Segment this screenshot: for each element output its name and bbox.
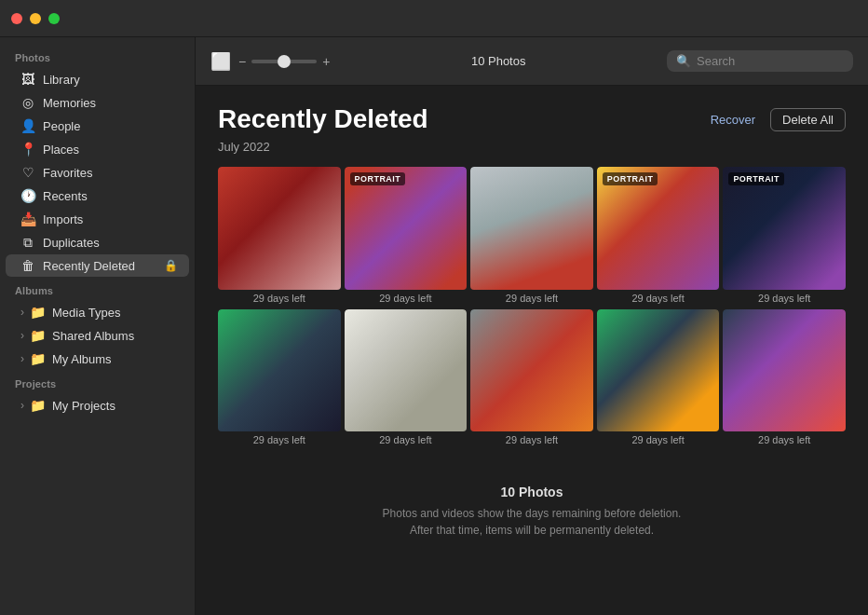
zoom-slider[interactable] xyxy=(251,60,317,63)
memories-label: Memories xyxy=(43,96,96,110)
content-area: Recently Deleted Recover Delete All July… xyxy=(196,86,868,615)
recents-icon: 🕐 xyxy=(20,188,35,203)
search-icon: 🔍 xyxy=(676,54,691,68)
header-actions: Recover Delete All xyxy=(703,108,846,131)
page-header: Recently Deleted Recover Delete All xyxy=(218,104,846,134)
maximize-button[interactable] xyxy=(48,13,60,24)
sidebar-item-places[interactable]: 📍Places xyxy=(6,138,189,160)
recents-label: Recents xyxy=(43,189,88,203)
library-icon: 🖼 xyxy=(20,72,35,87)
titlebar xyxy=(0,0,868,37)
photo-grid: 29 days leftPORTRAIT29 days left29 days … xyxy=(218,167,846,447)
people-label: People xyxy=(43,119,80,133)
recover-button[interactable]: Recover xyxy=(703,109,763,130)
shared-albums-label: Shared Albums xyxy=(52,329,134,343)
lock-icon: 🔒 xyxy=(164,259,178,272)
portrait-badge: PORTRAIT xyxy=(350,172,406,185)
recently-deleted-label: Recently Deleted xyxy=(43,259,135,273)
sidebar-item-media-types[interactable]: 📁Media Types xyxy=(6,301,189,323)
toolbar-photo-count: 10 Photos xyxy=(341,54,656,68)
sidebar-item-memories[interactable]: ◎Memories xyxy=(6,91,189,114)
zoom-out-button[interactable]: − xyxy=(238,54,246,69)
photo-item[interactable]: 29 days left xyxy=(345,309,468,448)
delete-all-button[interactable]: Delete All xyxy=(770,108,846,131)
sidebar-item-my-projects[interactable]: 📁My Projects xyxy=(6,394,189,417)
photo-caption-10: 29 days left xyxy=(723,434,846,447)
photo-item[interactable]: 29 days left xyxy=(597,309,720,448)
footer-desc-line1: Photos and videos show the days remainin… xyxy=(383,507,682,520)
photo-caption-9: 29 days left xyxy=(597,434,720,447)
photo-item[interactable]: 29 days left xyxy=(218,167,341,306)
sidebar-item-favorites[interactable]: ♡Favorites xyxy=(6,161,189,184)
photo-item[interactable]: 29 days left xyxy=(723,309,846,448)
sidebar-item-duplicates[interactable]: ⧉Duplicates xyxy=(6,231,189,253)
media-types-icon: 📁 xyxy=(30,305,45,320)
slideshow-icon[interactable]: ⬜ xyxy=(210,51,231,72)
portrait-badge: PORTRAIT xyxy=(603,172,658,185)
photo-thumb-5: PORTRAIT xyxy=(723,167,846,290)
favorites-icon: ♡ xyxy=(20,165,35,180)
shared-albums-icon: 📁 xyxy=(30,328,45,343)
photo-item[interactable]: PORTRAIT29 days left xyxy=(723,167,846,306)
zoom-in-button[interactable]: + xyxy=(322,54,330,69)
close-button[interactable] xyxy=(11,13,22,24)
section-date: July 2022 xyxy=(218,140,846,154)
photo-thumb-9 xyxy=(597,309,720,432)
footer-description: Photos and videos show the days remainin… xyxy=(218,505,846,539)
photo-thumb-8 xyxy=(470,309,593,432)
app-container: Photos🖼Library◎Memories👤People📍Places♡Fa… xyxy=(0,37,868,615)
people-icon: 👤 xyxy=(20,118,35,133)
imports-label: Imports xyxy=(43,212,83,226)
search-input[interactable] xyxy=(697,54,844,68)
sidebar-item-recently-deleted[interactable]: 🗑Recently Deleted🔒 xyxy=(6,254,189,277)
photo-item[interactable]: 29 days left xyxy=(470,167,593,306)
photo-caption-2: 29 days left xyxy=(345,293,468,306)
sidebar: Photos🖼Library◎Memories👤People📍Places♡Fa… xyxy=(0,37,196,615)
sidebar-section-photos: Photos xyxy=(0,45,195,67)
sidebar-item-recents[interactable]: 🕐Recents xyxy=(6,184,189,207)
photo-item[interactable]: 29 days left xyxy=(218,309,341,448)
page-title: Recently Deleted xyxy=(218,104,428,134)
photo-item[interactable]: PORTRAIT29 days left xyxy=(597,167,720,306)
minimize-button[interactable] xyxy=(30,13,41,24)
photo-thumb-2: PORTRAIT xyxy=(345,167,468,290)
main-content: ⬜ − + 10 Photos 🔍 Recently Deleted xyxy=(196,37,868,615)
footer-desc-line2: After that time, items will be permanent… xyxy=(410,524,654,537)
photo-caption-8: 29 days left xyxy=(470,434,593,447)
my-projects-label: My Projects xyxy=(52,399,115,413)
photo-thumb-1 xyxy=(218,167,341,290)
imports-icon: 📥 xyxy=(20,212,35,226)
photo-item[interactable]: 29 days left xyxy=(470,309,593,448)
places-icon: 📍 xyxy=(20,142,35,157)
zoom-slider-container: − + xyxy=(238,54,330,69)
photo-caption-5: 29 days left xyxy=(723,293,846,306)
photo-thumb-6 xyxy=(218,309,341,432)
toolbar: ⬜ − + 10 Photos 🔍 xyxy=(196,37,868,86)
portrait-badge: PORTRAIT xyxy=(728,172,784,185)
media-types-label: Media Types xyxy=(52,306,120,320)
sidebar-item-imports[interactable]: 📥Imports xyxy=(6,208,189,230)
photo-caption-6: 29 days left xyxy=(218,434,341,447)
sidebar-item-library[interactable]: 🖼Library xyxy=(6,68,189,90)
sidebar-section-projects: Projects xyxy=(0,371,195,393)
zoom-slider-thumb[interactable] xyxy=(278,55,291,68)
sidebar-item-my-albums[interactable]: 📁My Albums xyxy=(6,348,189,370)
footer-count: 10 Photos xyxy=(218,485,846,499)
photo-thumb-3 xyxy=(470,167,593,290)
photo-item[interactable]: PORTRAIT29 days left xyxy=(345,167,468,306)
photo-thumb-4: PORTRAIT xyxy=(597,167,720,290)
photo-caption-4: 29 days left xyxy=(597,293,720,306)
sidebar-item-people[interactable]: 👤People xyxy=(6,115,189,137)
photo-caption-1: 29 days left xyxy=(218,293,341,306)
recently-deleted-icon: 🗑 xyxy=(20,258,35,273)
duplicates-icon: ⧉ xyxy=(20,235,35,250)
sidebar-item-shared-albums[interactable]: 📁Shared Albums xyxy=(6,324,189,347)
library-label: Library xyxy=(43,73,80,87)
memories-icon: ◎ xyxy=(20,95,35,110)
duplicates-label: Duplicates xyxy=(43,236,100,250)
my-projects-icon: 📁 xyxy=(30,398,45,413)
toolbar-left: ⬜ − + xyxy=(210,51,330,72)
search-bar[interactable]: 🔍 xyxy=(667,50,853,72)
my-albums-label: My Albums xyxy=(52,352,112,366)
sidebar-section-albums: Albums xyxy=(0,278,195,300)
